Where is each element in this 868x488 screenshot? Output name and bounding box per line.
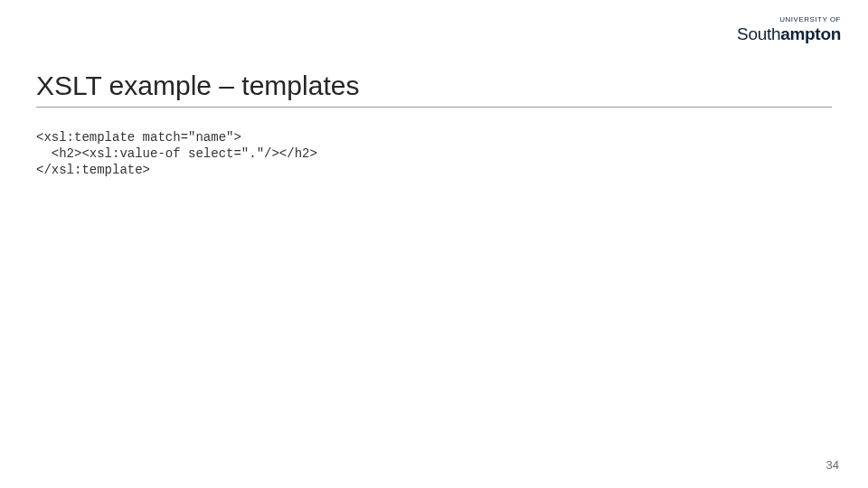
logo-main-text: Southampton	[737, 25, 841, 42]
slide-content: XSLT example – templates <xsl:template m…	[36, 70, 832, 179]
code-line-2: <h2><xsl:value-of select="."/></h2>	[36, 146, 317, 161]
code-block: <xsl:template match="name"> <h2><xsl:val…	[36, 129, 832, 179]
page-number: 34	[826, 458, 839, 472]
code-line-1: <xsl:template match="name">	[36, 130, 241, 145]
university-logo: UNIVERSITY OF Southampton	[737, 16, 841, 42]
title-underline	[36, 107, 832, 108]
code-line-3: </xsl:template>	[36, 163, 150, 177]
logo-upper-text: UNIVERSITY OF	[737, 16, 841, 23]
slide-title: XSLT example – templates	[36, 70, 832, 101]
